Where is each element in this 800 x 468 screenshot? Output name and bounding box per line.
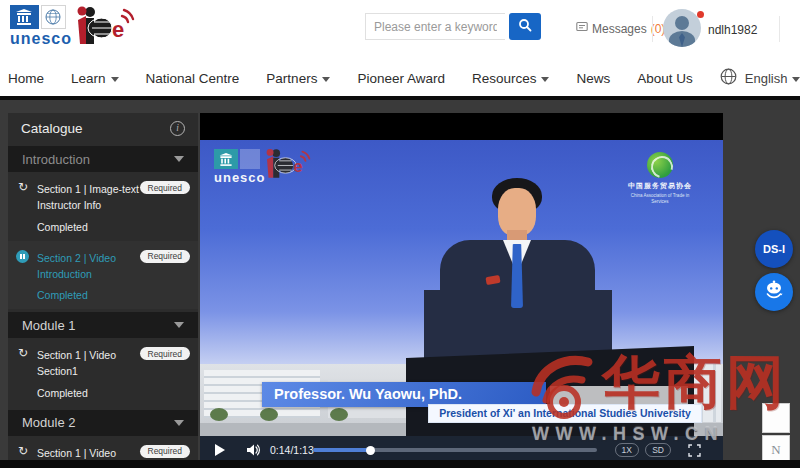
unesco-temple-icon bbox=[214, 149, 238, 169]
tree bbox=[330, 408, 348, 421]
catalogue-sidebar: Catalogue i Introduction ↻ Section 1 | I… bbox=[8, 113, 198, 464]
chevron-down-icon bbox=[111, 77, 119, 82]
group-introduction[interactable]: Introduction bbox=[8, 146, 198, 172]
main-content: Catalogue i Introduction ↻ Section 1 | I… bbox=[0, 96, 800, 468]
section-status: Completed bbox=[37, 221, 188, 233]
video-itoe-logo: e bbox=[262, 147, 312, 191]
catalogue-title: Catalogue bbox=[21, 121, 83, 136]
catis-subtitle: China Association of Trade in Services bbox=[622, 193, 698, 204]
chevron-down-icon bbox=[322, 77, 330, 82]
avatar-head bbox=[675, 16, 689, 30]
required-badge: Required bbox=[140, 445, 191, 458]
section-item-m1-1[interactable]: ↻ Section 1 | Video Section1 Required Co… bbox=[8, 338, 198, 407]
catis-name: 中国服务贸易协会 bbox=[618, 181, 702, 191]
progress-bar[interactable] bbox=[313, 448, 597, 452]
quality-button[interactable]: SD bbox=[645, 443, 671, 457]
search-icon bbox=[518, 18, 532, 35]
language-globe-icon[interactable] bbox=[720, 68, 737, 89]
volume-icon[interactable] bbox=[246, 443, 261, 461]
nav-national-centre[interactable]: National Centre bbox=[146, 71, 240, 86]
refresh-icon: ↻ bbox=[18, 181, 28, 193]
catis-logo: 中国服务贸易协会 China Association of Trade in S… bbox=[618, 152, 702, 204]
main-nav: Home Learn National Centre Partners Pion… bbox=[0, 60, 800, 96]
refresh-icon: ↻ bbox=[18, 445, 28, 457]
chevron-down-icon bbox=[174, 420, 184, 426]
unesco-wordmark: unesco bbox=[10, 30, 66, 48]
letterbox-top bbox=[200, 113, 723, 140]
unesco-globe-box bbox=[240, 149, 260, 169]
header: unesco e bbox=[0, 0, 800, 60]
required-badge: Required bbox=[140, 347, 191, 360]
group-module-1[interactable]: Module 1 bbox=[8, 312, 198, 338]
section-title: Section 2 | Video Introduction bbox=[37, 250, 145, 283]
nav-pioneer-award[interactable]: Pioneer Award bbox=[357, 71, 445, 86]
time-display: 0:14/1:13 bbox=[270, 444, 314, 456]
tree bbox=[210, 408, 228, 421]
presenter-face bbox=[498, 188, 536, 236]
play-button[interactable] bbox=[215, 444, 225, 456]
progress-handle[interactable] bbox=[366, 446, 375, 455]
unesco-logo[interactable]: unesco bbox=[10, 5, 66, 48]
chat-floating-button[interactable] bbox=[755, 273, 793, 311]
unesco-wordmark: unesco bbox=[214, 170, 266, 185]
username[interactable]: ndlh1982 bbox=[708, 23, 757, 37]
language-selector[interactable]: English bbox=[745, 71, 800, 86]
header-divider-2 bbox=[779, 16, 780, 42]
fullscreen-icon[interactable] bbox=[688, 443, 701, 461]
section-title: Section 1 | Video Section1 bbox=[37, 347, 145, 380]
video-unesco-logo: unesco bbox=[214, 149, 266, 185]
unesco-temple-icon bbox=[10, 5, 39, 29]
catis-logo-icon bbox=[647, 152, 673, 178]
video-player[interactable]: unesco e 中国服务贸易协 bbox=[200, 113, 723, 464]
page: unesco e bbox=[0, 0, 800, 468]
nav-about-us[interactable]: About Us bbox=[637, 71, 693, 86]
progress-fill bbox=[313, 448, 370, 452]
tree bbox=[260, 408, 278, 421]
widget-button-top[interactable] bbox=[762, 403, 790, 433]
chevron-down-icon bbox=[792, 77, 800, 82]
section-item-intro-2-active[interactable]: Section 2 | Video Introduction Required … bbox=[8, 241, 198, 310]
svg-text:e: e bbox=[112, 17, 124, 42]
section-item-intro-1[interactable]: ↻ Section 1 | Image-text Instructor Info… bbox=[8, 172, 198, 241]
widget-n-glyph: N bbox=[771, 442, 780, 458]
avatar[interactable] bbox=[663, 9, 701, 47]
group-module-2[interactable]: Module 2 bbox=[8, 410, 198, 436]
section-status: Completed bbox=[37, 289, 188, 301]
nav-home[interactable]: Home bbox=[8, 71, 44, 86]
chat-robot-icon bbox=[763, 279, 785, 305]
refresh-icon: ↻ bbox=[18, 347, 28, 359]
section-status: Completed bbox=[37, 387, 188, 399]
video-screen[interactable]: unesco e 中国服务贸易协 bbox=[200, 140, 723, 436]
required-badge: Required bbox=[140, 250, 191, 263]
caption-speaker-title: President of Xi' an International Studie… bbox=[428, 404, 702, 423]
chevron-down-icon bbox=[174, 322, 184, 328]
header-divider bbox=[652, 16, 653, 42]
info-icon[interactable]: i bbox=[170, 121, 185, 136]
message-icon bbox=[576, 21, 588, 36]
itoe-partner-logo: e bbox=[72, 4, 136, 60]
messages-label: Messages bbox=[592, 22, 647, 36]
search-button[interactable] bbox=[509, 13, 541, 40]
globe-logo-icon bbox=[41, 5, 66, 29]
section-title: Section 1 | Image-text Instructor Info bbox=[37, 181, 145, 214]
nav-learn[interactable]: Learn bbox=[71, 71, 119, 86]
playback-speed-button[interactable]: 1X bbox=[615, 443, 639, 457]
playing-icon bbox=[16, 250, 29, 263]
nav-resources[interactable]: Resources bbox=[472, 71, 550, 86]
required-badge: Required bbox=[140, 181, 191, 194]
chevron-down-icon bbox=[174, 156, 184, 162]
nav-news[interactable]: News bbox=[576, 71, 610, 86]
search-input[interactable] bbox=[365, 13, 505, 40]
nav-partners[interactable]: Partners bbox=[266, 71, 330, 86]
presenter-tie bbox=[511, 244, 523, 308]
dsi-floating-button[interactable]: DS-I bbox=[755, 230, 793, 268]
notification-dot bbox=[697, 11, 704, 18]
bottom-black-bar bbox=[0, 460, 800, 468]
chevron-down-icon bbox=[541, 77, 549, 82]
caption-faint-box bbox=[550, 386, 688, 404]
svg-text:e: e bbox=[293, 157, 302, 176]
